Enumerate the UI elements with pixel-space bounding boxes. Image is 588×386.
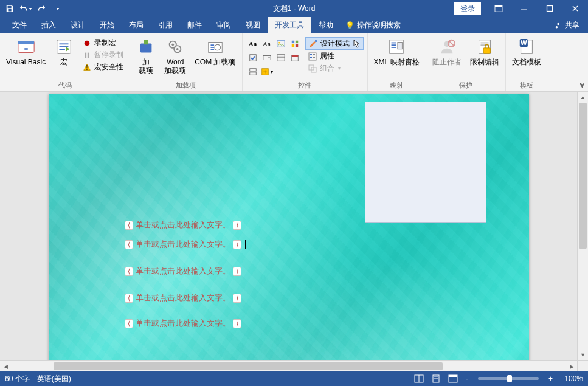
- minimize-button[interactable]: [511, 0, 537, 17]
- hscroll-track[interactable]: [11, 361, 566, 371]
- hscroll-thumb[interactable]: [54, 362, 443, 370]
- building-block-control[interactable]: [288, 37, 302, 50]
- document-area[interactable]: ⟨ 单击或点击此处输入文字。 ⟩ ⟨ 单击或点击此处输入文字。 ⟩ ⟨ 单击或点…: [0, 92, 577, 360]
- tab-begin[interactable]: 开始: [92, 17, 122, 33]
- document-template-icon: W: [517, 37, 536, 57]
- scroll-right-button[interactable]: ▶: [566, 361, 577, 371]
- content-control-3[interactable]: ⟨ 单击或点击此处输入文字。 ⟩: [125, 266, 241, 277]
- svg-rect-1: [495, 5, 502, 7]
- document-template-button[interactable]: W 文档模板: [508, 36, 545, 81]
- combobox-control[interactable]: [260, 51, 274, 64]
- addins-button[interactable]: 加 载项: [133, 36, 159, 81]
- group-code: ≡ Visual Basic 宏 录制宏 暂停录制 ! 宏安全性: [0, 33, 130, 91]
- tell-me-search[interactable]: 💡 操作说明搜索: [345, 17, 401, 33]
- macros-button[interactable]: 宏: [50, 36, 77, 81]
- pause-recording-button: 暂停录制: [80, 49, 126, 61]
- tab-review[interactable]: 审阅: [209, 17, 238, 33]
- save-button[interactable]: [2, 1, 17, 16]
- picture-control[interactable]: [274, 37, 288, 50]
- tab-help[interactable]: 帮助: [311, 17, 341, 33]
- tab-developer[interactable]: 开发工具: [268, 17, 311, 33]
- content-control-2[interactable]: ⟨ 单击或点击此处输入文字。 ⟩: [125, 239, 246, 250]
- ribbon-display-options[interactable]: [486, 0, 511, 17]
- word-addins-button[interactable]: Word 加载项: [161, 36, 190, 81]
- restrict-editing-icon: [475, 37, 494, 57]
- group-icon: [308, 64, 317, 74]
- com-addins-button[interactable]: COM 加载项: [191, 36, 239, 81]
- svg-point-22: [176, 48, 179, 50]
- image-placeholder[interactable]: [365, 102, 486, 223]
- tab-view[interactable]: 视图: [238, 17, 268, 33]
- redo-button[interactable]: [34, 1, 49, 16]
- tab-mailings[interactable]: 邮件: [180, 17, 209, 33]
- group-controls-button: 组合 ▾: [305, 63, 364, 74]
- visual-basic-icon: ≡: [16, 37, 36, 57]
- zoom-in-button[interactable]: +: [546, 374, 555, 383]
- zoom-slider-handle[interactable]: [507, 375, 512, 382]
- design-mode-button[interactable]: 设计模式: [305, 37, 364, 50]
- scroll-down-button[interactable]: ▼: [578, 350, 588, 360]
- record-macro-button[interactable]: 录制宏: [80, 37, 126, 49]
- svg-rect-26: [210, 49, 214, 50]
- design-mode-icon: [308, 39, 318, 49]
- svg-rect-52: [392, 43, 396, 44]
- visual-basic-button[interactable]: ≡ Visual Basic: [2, 36, 49, 81]
- language-status[interactable]: 英语(美国): [37, 374, 71, 384]
- svg-rect-25: [210, 47, 214, 48]
- tab-insert[interactable]: 插入: [34, 17, 63, 33]
- visual-basic-label: Visual Basic: [6, 58, 46, 66]
- xml-mapping-button[interactable]: XML 映射窗格: [370, 36, 424, 81]
- content-control-5[interactable]: ⟨ 单击或点击此处输入文字。 ⟩: [125, 318, 241, 329]
- collapse-ribbon-button[interactable]: ⮟: [579, 82, 586, 89]
- svg-rect-33: [295, 44, 297, 47]
- qat-customize[interactable]: ▾: [50, 1, 64, 16]
- vscroll-track[interactable]: [578, 103, 588, 350]
- document-page[interactable]: ⟨ 单击或点击此处输入文字。 ⟩ ⟨ 单击或点击此处输入文字。 ⟩ ⟨ 单击或点…: [49, 94, 529, 360]
- web-layout-button[interactable]: [446, 373, 460, 385]
- tab-file[interactable]: 文件: [5, 17, 34, 33]
- zoom-level[interactable]: 100%: [559, 374, 583, 383]
- login-button[interactable]: 登录: [454, 2, 481, 15]
- scroll-up-button[interactable]: ▲: [578, 92, 588, 103]
- rich-text-control[interactable]: Aa: [246, 37, 260, 50]
- macro-security-button[interactable]: ! 宏安全性: [80, 61, 126, 73]
- repeating-section-control[interactable]: [246, 65, 260, 78]
- tab-layout[interactable]: 布局: [122, 17, 151, 33]
- read-mode-button[interactable]: [412, 373, 426, 385]
- vscroll-thumb[interactable]: [579, 103, 587, 249]
- block-authors-button[interactable]: 阻止作者: [429, 36, 465, 81]
- date-picker-control[interactable]: [288, 51, 302, 64]
- undo-button[interactable]: ▾: [18, 1, 33, 16]
- svg-text:!: !: [86, 63, 88, 71]
- print-layout-button[interactable]: [429, 373, 443, 385]
- properties-button[interactable]: 属性: [305, 50, 364, 62]
- svg-rect-40: [249, 69, 256, 71]
- macros-icon: [54, 37, 74, 57]
- content-control-4[interactable]: ⟨ 单击或点击此处输入文字。 ⟩: [125, 292, 241, 303]
- word-count[interactable]: 60 个字: [5, 374, 30, 384]
- dropdown-control[interactable]: [274, 51, 288, 64]
- zoom-slider[interactable]: [478, 377, 539, 380]
- workspace: ⟨ 单击或点击此处输入文字。 ⟩ ⟨ 单击或点击此处输入文字。 ⟩ ⟨ 单击或点…: [0, 92, 588, 360]
- content-control-1[interactable]: ⟨ 单击或点击此处输入文字。 ⟩: [125, 219, 241, 230]
- svg-point-29: [278, 42, 280, 44]
- share-button[interactable]: 共享: [545, 17, 588, 33]
- maximize-button[interactable]: [537, 0, 562, 17]
- group-controls-label-footer: 控件: [245, 81, 365, 91]
- svg-rect-15: [88, 52, 89, 58]
- horizontal-scrollbar[interactable]: ◀ ▶: [0, 360, 577, 371]
- svg-rect-35: [263, 56, 270, 60]
- tab-references[interactable]: 引用: [151, 17, 180, 33]
- tab-design[interactable]: 设计: [63, 17, 92, 33]
- warning-icon: !: [82, 63, 92, 72]
- restrict-editing-button[interactable]: 限制编辑: [466, 36, 503, 81]
- vertical-scrollbar[interactable]: ▲ ▼: [577, 92, 588, 360]
- close-button[interactable]: [562, 0, 588, 17]
- cc-placeholder-text: 单击或点击此处输入文字。: [136, 318, 230, 329]
- svg-text:≡: ≡: [24, 44, 28, 52]
- legacy-tools-control[interactable]: ▾: [260, 65, 274, 78]
- zoom-out-button[interactable]: -: [463, 374, 471, 383]
- plain-text-control[interactable]: Aa: [260, 37, 274, 50]
- checkbox-control[interactable]: [246, 51, 260, 64]
- scroll-left-button[interactable]: ◀: [0, 361, 11, 371]
